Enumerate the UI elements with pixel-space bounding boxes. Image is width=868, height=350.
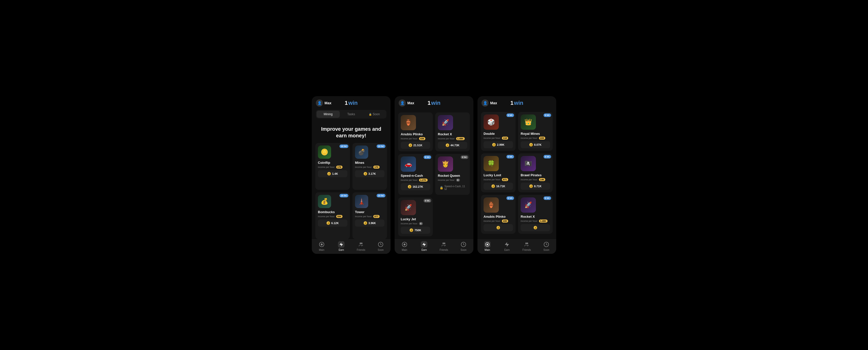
nav-soon-1[interactable]: Soon xyxy=(371,241,391,251)
game-card-anubis-2[interactable]: 🏺 Anubis Plinko income per hour: 439 ₿ 2… xyxy=(398,112,433,151)
earn-card-anubis-3[interactable]: 🏺 5 lvl. Anubis Plinko income per hour: … xyxy=(481,195,516,234)
lock-text-rq-2: Speed-n-Cash, 11 lvl xyxy=(444,185,466,191)
earn-btn-lj-2[interactable]: ₿ 750K xyxy=(401,227,430,234)
game-icon-anubis-3: 🏺 xyxy=(484,197,499,213)
earn-btn-anubis-3[interactable]: ₿ xyxy=(484,224,513,231)
game-card-rocketx-2[interactable]: 🚀 Rocket X income per hour: 1.48K ₿ 44.7… xyxy=(435,112,470,151)
game-icon-bombucks: 💰 xyxy=(318,195,331,208)
svg-point-13 xyxy=(487,244,488,245)
coin-icon-rocketx-2: ₿ xyxy=(446,143,449,147)
games-grid-1: 🪙 10 lvl. Coinflip income per hour: 176 … xyxy=(312,143,391,239)
income-value-tower: 877 xyxy=(373,215,380,218)
nav-soon-2[interactable]: Soon xyxy=(454,241,474,251)
earn-btn-rocketx-3[interactable]: ₿ xyxy=(521,224,550,231)
nav-main-3[interactable]: Main xyxy=(477,241,497,251)
nav-main-icon-2 xyxy=(401,241,408,248)
nav-soon-icon-3 xyxy=(543,241,550,248)
game-name-coinflip: Coinflip xyxy=(318,161,347,165)
nav-earn-3[interactable]: Earn xyxy=(497,241,517,251)
tab-tasks[interactable]: Tasks xyxy=(340,111,363,118)
logo-win-2: win xyxy=(431,100,441,106)
game-icon-speed-2: 🚗 xyxy=(401,156,416,172)
earn-card-brawlpirates[interactable]: 🏴‍☠️ 5 lvl. Brawl Pirates income per hou… xyxy=(518,153,553,192)
game-name-lj-2: Lucky Jet xyxy=(401,217,430,221)
svg-point-7 xyxy=(404,243,405,245)
game-row-3: 🚀 0 lvl. Lucky Jet income per hour: 0 ₿ … xyxy=(398,197,470,236)
logo-text-1: 1 xyxy=(345,100,348,106)
earn-card-double[interactable]: 🎲 5 lvl. Double income per hour: 118 ₿ 2… xyxy=(481,112,516,151)
svg-point-16 xyxy=(527,243,528,244)
earn-btn-anubis-2[interactable]: ₿ 21.51K xyxy=(401,142,430,149)
nav-main-1[interactable]: Main xyxy=(312,241,332,251)
nav-friends-1[interactable]: Friends xyxy=(351,241,371,251)
income-label-rocketx-3: income per hour: 1.48K xyxy=(521,220,550,223)
level-badge-anubis-3: 5 lvl. xyxy=(506,196,514,200)
game-row-2: 🚗 5 lvl. Speed-n-Cash income per hour: 1… xyxy=(398,154,470,195)
logo-2: 1 win xyxy=(428,100,441,106)
username-3: Max xyxy=(490,101,497,105)
nav-earn-icon-1 xyxy=(338,241,345,248)
income-value-rocketx-3: 1.48K xyxy=(539,220,548,223)
nav-earn-2[interactable]: Earn xyxy=(414,241,434,251)
nav-main-2[interactable]: Main xyxy=(395,241,414,251)
nav-soon-3[interactable]: Soon xyxy=(537,241,556,251)
nav-friends-label-2: Friends xyxy=(440,249,448,251)
level-badge-luckyloot: 5 lvl. xyxy=(506,155,514,158)
game-card-rocketqueen-2[interactable]: 👸 0 lvl. Rocket Queen income per hour: 0… xyxy=(435,154,470,195)
game-name-anubis-2: Anubis Plinko xyxy=(401,132,430,136)
earn-btn-brawlpirates[interactable]: ₿ 8.71K xyxy=(521,183,550,190)
income-label-coinflip: income per hour: 176 xyxy=(318,166,347,169)
game-name-luckyloot: Lucky Loot xyxy=(484,173,513,177)
coin-icon-anubis-2: ₿ xyxy=(409,143,412,147)
game-name-royalmines: Royal Mines xyxy=(521,132,550,136)
tab-soon[interactable]: 🔒 Soon xyxy=(363,111,386,118)
nav-earn-1[interactable]: Earn xyxy=(332,241,351,251)
logo-win-3: win xyxy=(514,100,523,106)
nav-friends-2[interactable]: Friends xyxy=(434,241,454,251)
game-card-coinflip[interactable]: 🪙 10 lvl. Coinflip income per hour: 176 … xyxy=(315,143,350,190)
tab-mining[interactable]: Mining xyxy=(317,111,340,118)
earn-btn-speed-2[interactable]: ₿ 162.27K xyxy=(401,183,430,190)
income-label-anubis-2: income per hour: 439 xyxy=(401,137,430,140)
game-icon-wrap-mines: 💣 10 lvl. xyxy=(355,145,384,159)
nav-soon-label-2: Soon xyxy=(461,249,467,251)
svg-point-3 xyxy=(360,243,361,244)
game-icon-wrap-lj-2: 🚀 0 lvl. xyxy=(401,200,430,215)
income-label-double: income per hour: 118 xyxy=(484,137,513,140)
nav-earn-label-2: Earn xyxy=(422,249,427,251)
game-name-speed-2: Speed-n-Cash xyxy=(401,174,430,178)
logo-1: 1 win xyxy=(345,100,358,106)
earn-card-royalmines[interactable]: 👑 5 lvl. Royal Mines income per hour: 22… xyxy=(518,112,553,151)
income-label-royalmines: income per hour: 228 xyxy=(521,137,550,140)
earn-card-rocketx-3[interactable]: 🚀 5 lvl. Rocket X income per hour: 1.48K… xyxy=(518,195,553,234)
game-icon-rocketx-2: 🚀 xyxy=(438,115,453,130)
game-card-bombucks[interactable]: 💰 10 lvl. Bombucks income per hour: 594 … xyxy=(315,192,350,239)
game-icon-wrap-anubis-2: 🏺 xyxy=(401,115,430,130)
earn-btn-double[interactable]: ₿ 2.99K xyxy=(484,141,513,148)
screens-container: 👤 Max 1 win Mining Tasks 🔒 Soon Improve … xyxy=(312,96,556,254)
earn-btn-coinflip[interactable]: ₿ 1.4K xyxy=(318,170,347,177)
nav-friends-3[interactable]: Friends xyxy=(517,241,537,251)
earn-btn-mines[interactable]: ₿ 3.17K xyxy=(355,170,384,177)
earn-btn-tower[interactable]: ₿ 3.96K xyxy=(355,220,384,227)
income-label-luckyloot: income per hour: 571 xyxy=(484,178,513,181)
income-label-mines: income per hour: 170 xyxy=(355,166,384,169)
earn-btn-bombucks[interactable]: ₿ 6.12K xyxy=(318,220,347,227)
income-value-anubis-2: 439 xyxy=(419,137,425,140)
earn-btn-royalmines[interactable]: ₿ 8.07K xyxy=(521,141,550,148)
nav-friends-label-1: Friends xyxy=(357,249,365,251)
game-card-luckyjet-2[interactable]: 🚀 0 lvl. Lucky Jet income per hour: 0 ₿ … xyxy=(398,197,433,236)
game-card-tower[interactable]: 🗼 10 lvl. Tower income per hour: 877 ₿ 3… xyxy=(352,192,387,239)
game-card-mines[interactable]: 💣 10 lvl. Mines income per hour: 170 ₿ 3… xyxy=(352,143,387,190)
earn-btn-rocketx-2[interactable]: ₿ 44.73K xyxy=(438,142,467,149)
game-card-speed-2[interactable]: 🚗 5 lvl. Speed-n-Cash income per hour: 1… xyxy=(398,154,433,195)
screen-3: 👤 Max 1 win 🎲 5 lvl. Double income per h xyxy=(477,96,556,254)
svg-point-10 xyxy=(444,243,445,244)
earn-btn-luckyloot[interactable]: ₿ 16.71K xyxy=(484,183,513,190)
svg-marker-8 xyxy=(423,243,426,246)
coin-icon-bombucks: ₿ xyxy=(327,221,330,225)
coin-icon-royalmines: ₿ xyxy=(529,143,533,147)
promo-text: Improve your games and earn money! xyxy=(312,122,391,143)
earn-card-luckyloot[interactable]: 🍀 5 lvl. Lucky Loot income per hour: 571… xyxy=(481,153,516,192)
game-name-tower: Tower xyxy=(355,210,384,214)
